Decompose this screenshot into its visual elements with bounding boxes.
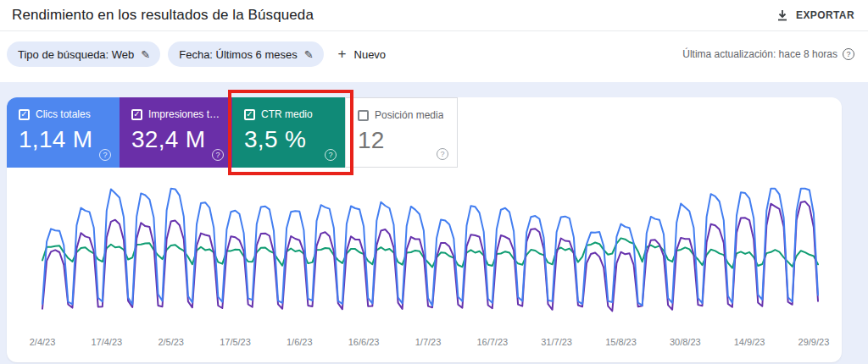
metric-value: 1,14 M: [19, 126, 108, 153]
metric-label: CTR medio: [261, 108, 313, 120]
checkbox-icon[interactable]: [358, 110, 369, 121]
x-tick-label: 31/7/23: [541, 337, 572, 347]
metric-tiles-row: ✓ Clics totales 1,14 M ? ✓ Impresiones t…: [7, 97, 842, 168]
download-icon: [776, 9, 788, 21]
x-tick-label: 1/7/23: [415, 337, 442, 347]
help-icon[interactable]: ?: [212, 149, 224, 161]
series-line-ctr: [42, 238, 818, 267]
export-button[interactable]: EXPORTAR: [776, 9, 854, 21]
metric-tile-position[interactable]: Posición media 12 ?: [345, 97, 458, 168]
metric-label: Impresiones totales: [148, 108, 220, 120]
metric-value: 32,4 M: [131, 126, 220, 153]
x-tick-label: 30/8/23: [670, 337, 701, 347]
metric-tile-ctr[interactable]: ✓ CTR medio 3,5 % ?: [232, 97, 345, 168]
performance-chart[interactable]: 2/4/2317/4/232/5/2317/5/231/6/2316/6/231…: [7, 168, 842, 362]
x-tick-label: 17/4/23: [91, 337, 122, 347]
x-tick-label: 15/8/23: [605, 337, 637, 347]
export-label: EXPORTAR: [796, 9, 854, 21]
checkbox-icon[interactable]: ✓: [131, 109, 142, 120]
checkbox-icon[interactable]: ✓: [244, 109, 255, 120]
checkbox-icon[interactable]: ✓: [19, 109, 30, 120]
chart-area[interactable]: 2/4/2317/4/232/5/2317/5/231/6/2316/6/231…: [7, 168, 842, 362]
metric-label: Clics totales: [36, 108, 91, 120]
new-filter-label: Nuevo: [354, 48, 387, 61]
help-icon[interactable]: ?: [325, 149, 337, 161]
metric-value: 12: [358, 127, 445, 154]
filter-bar: Tipo de búsqueda: Web ✎ Fecha: Últimos 6…: [0, 31, 868, 82]
x-tick-label: 14/9/23: [734, 337, 765, 347]
x-tick-label: 17/5/23: [220, 337, 251, 347]
edit-pencil-icon[interactable]: ✎: [304, 48, 314, 61]
x-tick-label: 2/4/23: [30, 337, 56, 347]
content-area: ✓ Clics totales 1,14 M ? ✓ Impresiones t…: [0, 82, 868, 362]
help-icon[interactable]: ?: [99, 149, 111, 161]
page-title: Rendimiento en los resultados de la Búsq…: [12, 7, 314, 24]
last-update-text: Última actualización: hace 8 horas: [682, 48, 837, 60]
x-tick-label: 16/6/23: [348, 337, 380, 347]
x-tick-label: 29/9/23: [798, 337, 830, 347]
x-tick-label: 16/7/23: [476, 337, 508, 347]
filter-chip-label: Tipo de búsqueda: Web: [18, 48, 134, 61]
metric-value: 3,5 %: [244, 126, 333, 153]
metric-tile-clicks[interactable]: ✓ Clics totales 1,14 M ?: [7, 97, 120, 168]
series-line-clicks: [42, 189, 818, 306]
x-tick-label: 2/5/23: [158, 337, 184, 347]
metric-tile-impressions[interactable]: ✓ Impresiones totales 32,4 M ?: [120, 97, 232, 168]
filter-chip-search-type[interactable]: Tipo de búsqueda: Web ✎: [7, 41, 160, 67]
help-icon[interactable]: ?: [843, 48, 854, 60]
filter-chip-label: Fecha: Últimos 6 meses: [179, 48, 297, 61]
metric-label: Posición media: [375, 109, 443, 121]
last-update: Última actualización: hace 8 horas ?: [682, 48, 854, 60]
new-filter-button[interactable]: + Nuevo: [338, 46, 387, 63]
x-tick-label: 1/6/23: [287, 337, 313, 347]
edit-pencil-icon[interactable]: ✎: [141, 48, 150, 61]
page-header: Rendimiento en los resultados de la Búsq…: [0, 0, 868, 31]
performance-card: ✓ Clics totales 1,14 M ? ✓ Impresiones t…: [7, 97, 842, 362]
help-icon[interactable]: ?: [437, 148, 448, 160]
filter-chip-date-range[interactable]: Fecha: Últimos 6 meses ✎: [168, 41, 323, 67]
plus-icon: +: [338, 46, 347, 63]
